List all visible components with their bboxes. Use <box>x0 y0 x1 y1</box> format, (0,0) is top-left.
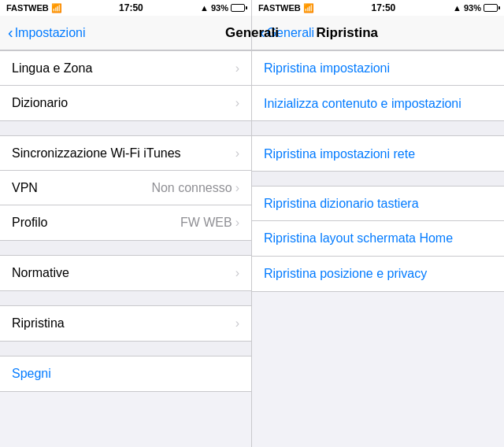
signal-left: ▲ <box>200 3 209 13</box>
ripristina-item-label-1: Inizializza contenuto e impostazioni <box>264 96 461 111</box>
gap-3 <box>0 291 251 305</box>
normative-right: › <box>235 266 239 280</box>
back-button-left[interactable]: ‹ Impostazioni <box>8 24 86 42</box>
normative-chevron: › <box>235 266 239 280</box>
ripristina-item-label-5: Ripristina posizione e privacy <box>264 266 427 281</box>
sync-label: Sincronizzazione Wi-Fi iTunes <box>12 146 181 161</box>
normative-label: Normative <box>12 266 69 280</box>
sync-right: › <box>235 146 239 161</box>
list-item-sync[interactable]: Sincronizzazione Wi-Fi iTunes › <box>0 136 251 171</box>
ripristina-item-1[interactable]: Inizializza contenuto e impostazioni <box>252 86 504 120</box>
ripristina-item-0[interactable]: Ripristina impostazioni <box>252 51 504 86</box>
status-bar-left: FASTWEB 📶 17:50 ▲ 93% <box>0 0 251 16</box>
group-r2: Ripristina impostazioni rete <box>252 135 504 172</box>
gap-r2 <box>252 172 504 186</box>
list-item-spegni[interactable]: Spegni <box>0 356 251 391</box>
list-item-profilo[interactable]: Profilo FW WEB › <box>0 205 251 240</box>
time-left: 17:50 <box>119 2 143 13</box>
ripristina-item-label-0: Ripristina impostazioni <box>264 61 390 76</box>
time-right: 17:50 <box>372 2 396 13</box>
ripristina-chevron: › <box>235 316 239 331</box>
list-item-vpn[interactable]: VPN Non connesso › <box>0 171 251 205</box>
wifi-icon: 📶 <box>51 3 62 13</box>
wifi-icon-right: 📶 <box>303 3 314 13</box>
lingua-chevron: › <box>235 61 239 76</box>
status-bar-right-left: FASTWEB 📶 <box>258 3 314 13</box>
list-item-dizionario[interactable]: Dizionario › <box>0 86 251 120</box>
battery-text-left: 93% <box>211 3 228 13</box>
nav-bar-left: ‹ Impostazioni Generali <box>0 16 251 50</box>
profilo-label: Profilo <box>12 216 47 230</box>
profilo-chevron: › <box>235 216 239 230</box>
vpn-label: VPN <box>12 181 38 195</box>
ripristina-item-3[interactable]: Ripristina dizionario tastiera <box>252 187 504 221</box>
spegni-label: Spegni <box>12 367 51 381</box>
left-panel: FASTWEB 📶 17:50 ▲ 93% ‹ Impostazioni Gen… <box>0 0 252 447</box>
right-panel: FASTWEB 📶 17:50 ▲ 93% ‹ Generali Riprist… <box>252 0 504 447</box>
vpn-chevron: › <box>235 181 239 195</box>
status-bar-right-info: ▲ 93% <box>200 3 245 13</box>
ripristina-item-label-3: Ripristina dizionario tastiera <box>264 196 419 211</box>
ripristina-item-4[interactable]: Ripristina layout schermata Home <box>252 221 504 256</box>
back-label-left: Impostazioni <box>15 26 86 40</box>
nav-bar-right: ‹ Generali Ripristina <box>252 16 504 50</box>
group-lingua: Lingua e Zona › Dizionario › <box>0 50 251 121</box>
lingua-right: › <box>235 61 239 76</box>
dizionario-label: Dizionario <box>12 96 68 110</box>
signal-right: ▲ <box>453 3 461 13</box>
list-item-normative[interactable]: Normative › <box>0 256 251 290</box>
ripristina-item-label-4: Ripristina layout schermata Home <box>264 231 453 246</box>
list-item-ripristina[interactable]: Ripristina › <box>0 306 251 341</box>
ripristina-item-5[interactable]: Ripristina posizione e privacy <box>252 257 504 291</box>
ripristina-right: › <box>235 316 239 331</box>
battery-icon-right <box>484 4 498 12</box>
settings-list-left: Lingua e Zona › Dizionario › Sincronizza… <box>0 50 251 447</box>
status-bar-left-info: FASTWEB 📶 <box>6 3 62 13</box>
sync-chevron: › <box>235 146 239 161</box>
carrier-right: FASTWEB <box>258 3 301 13</box>
nav-title-right: Ripristina <box>317 25 378 41</box>
profilo-right: FW WEB › <box>180 216 239 230</box>
dizionario-chevron: › <box>235 96 239 110</box>
ripristina-item-label-2: Ripristina impostazioni rete <box>264 146 415 161</box>
vpn-right: Non connesso › <box>151 181 239 195</box>
gap-r1 <box>252 121 504 135</box>
carrier-left: FASTWEB <box>6 3 49 13</box>
status-bar-right: FASTWEB 📶 17:50 ▲ 93% <box>252 0 504 16</box>
gap-2 <box>0 241 251 255</box>
ripristina-item-2[interactable]: Ripristina impostazioni rete <box>252 136 504 171</box>
dizionario-right: › <box>235 96 239 110</box>
gap-1 <box>0 121 251 135</box>
group-ripristina: Ripristina › <box>0 305 251 342</box>
nav-title-left: Generali <box>225 25 279 41</box>
battery-text-right: 93% <box>464 3 481 13</box>
vpn-value: Non connesso <box>151 181 232 195</box>
group-r1: Ripristina impostazioni Inizializza cont… <box>252 50 504 121</box>
list-item-lingua[interactable]: Lingua e Zona › <box>0 51 251 86</box>
profilo-value: FW WEB <box>180 216 232 230</box>
gap-4 <box>0 342 251 356</box>
lingua-label: Lingua e Zona <box>12 61 92 76</box>
ripristina-list: Ripristina impostazioni Inizializza cont… <box>252 50 504 447</box>
group-r3: Ripristina dizionario tastiera Ripristin… <box>252 186 504 291</box>
ripristina-label: Ripristina <box>12 316 65 331</box>
status-bar-right-right: ▲ 93% <box>453 3 498 13</box>
back-chevron-left: ‹ <box>8 24 13 42</box>
group-spegni: Spegni <box>0 356 251 392</box>
group-sync: Sincronizzazione Wi-Fi iTunes › VPN Non … <box>0 135 251 241</box>
battery-icon-left <box>231 4 245 12</box>
group-normative: Normative › <box>0 255 251 291</box>
